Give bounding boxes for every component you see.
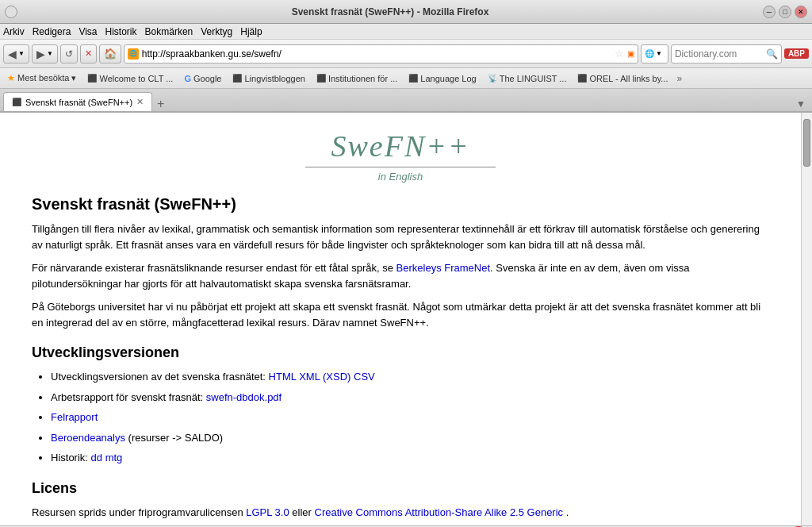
search-engine-icon: 🌐 (645, 49, 654, 58)
window-controls[interactable] (5, 6, 17, 18)
list-item-4: Beroendeanalys (resurser -> SALDO) (51, 430, 769, 446)
forward-icon: ▶ (36, 48, 45, 60)
site-logo: SweFN++ in English (32, 129, 769, 183)
bookmark-linguist[interactable]: 📡 The LINGUIST ... (484, 73, 571, 84)
list-item-1-pre: Utvecklingsversionen av det svenska fras… (51, 371, 269, 383)
adblock-button[interactable]: ABP (784, 48, 809, 59)
menu-historik[interactable]: Historik (105, 26, 137, 37)
maximize-button[interactable]: □ (779, 6, 791, 18)
link-html[interactable]: HTML (269, 371, 297, 383)
search-icon[interactable]: 🔍 (766, 48, 778, 60)
nav-toolbar: ◀ ▼ ▶ ▼ ↺ ✕ 🏠 🌐 ☆ ▣ 🌐 ▼ 🔍 ABP (0, 40, 812, 68)
bookmark-icon-google: G (184, 74, 191, 83)
lgpl-link[interactable]: LGPL 3.0 (246, 506, 289, 518)
back-button[interactable]: ◀ ▼ (3, 44, 29, 63)
bookmark-label: Google (193, 74, 221, 83)
tab-label: Svenskt frasnät (SweFN++) (25, 98, 132, 107)
window-right-controls[interactable]: ─ □ ✕ (763, 6, 807, 18)
forward-dropdown-icon: ▼ (47, 50, 53, 57)
bookmark-star-icon: ★ (7, 73, 15, 83)
reload-icon: ↺ (65, 48, 73, 60)
list-item-1: Utvecklingsversionen av det svenska fras… (51, 369, 769, 385)
menu-verktyg[interactable]: Verktyg (201, 26, 232, 37)
search-input[interactable] (675, 48, 764, 60)
tab-favicon: ⬛ (12, 98, 21, 106)
berkeley-framenet-link[interactable]: Berkeleys FrameNet (396, 262, 490, 274)
list-item-4-post: (resurser -> SALDO) (128, 432, 224, 444)
bookmark-star-icon[interactable]: ☆ (615, 48, 624, 60)
link-dd[interactable]: dd (91, 452, 102, 464)
bookmark-icon-lingvist: ⬛ (232, 74, 242, 83)
link-xml[interactable]: XML (299, 371, 320, 383)
intro-para-3: På Göteborgs universitet har vi nu påbör… (32, 299, 769, 330)
bookmark-icon-inst: ⬛ (316, 74, 326, 83)
bookmark-lingvistbloggen[interactable]: ⬛ Lingvistbloggen (228, 73, 308, 84)
add-tab-button[interactable]: + (157, 97, 164, 111)
bookmarks-toolbar: ★ Mest besökta ▾ ⬛ Welcome to CLT ... G … (0, 68, 812, 89)
tab-close-icon[interactable]: ✕ (136, 97, 144, 107)
close-button[interactable]: ✕ (795, 6, 807, 18)
section1-title: Utvecklingsversionen (32, 344, 769, 361)
tab-swefn[interactable]: ⬛ Svenskt frasnät (SweFN++) ✕ (3, 92, 152, 111)
stop-icon: ✕ (85, 48, 92, 59)
logo-underline (305, 167, 496, 167)
page-title: Svenskt frasnät (SweFN++) (32, 195, 769, 213)
back-icon: ◀ (8, 48, 17, 60)
minimize-button[interactable]: ─ (763, 6, 776, 18)
menu-arkiv[interactable]: Arkiv (3, 26, 25, 37)
content-area: SweFN++ in English Svenskt frasnät (SweF… (0, 113, 812, 525)
search-engine-selector[interactable]: 🌐 ▼ (641, 44, 668, 63)
list-item-5-pre: Historik: (51, 452, 91, 464)
license-post: . (566, 506, 569, 518)
window-btn-1[interactable] (5, 6, 17, 18)
menu-redigera[interactable]: Redigera (33, 26, 71, 37)
menu-bokmarken[interactable]: Bokmärken (145, 26, 193, 37)
forward-button[interactable]: ▶ ▼ (32, 44, 58, 63)
menu-visa[interactable]: Visa (79, 26, 97, 37)
reload-button[interactable]: ↺ (60, 44, 78, 63)
list-item-5: Historik: dd mtg (51, 450, 769, 466)
back-dropdown-icon: ▼ (18, 50, 25, 57)
menu-hjalp[interactable]: Hjälp (240, 26, 262, 37)
scrollbar[interactable] (801, 113, 812, 525)
tab-bar: ⬛ Svenskt frasnät (SweFN++) ✕ + ▼ (0, 89, 812, 113)
bookmark-label: Lingvistbloggen (244, 74, 304, 83)
link-felrapport[interactable]: Felrapport (51, 411, 98, 423)
bookmark-language-log[interactable]: ⬛ Language Log (404, 73, 480, 84)
link-xsd[interactable]: (XSD) (323, 371, 350, 383)
intro2-pre: För närvarande existerar frasnätsliknand… (32, 262, 396, 274)
intro-para-2: För närvarande existerar frasnätsliknand… (32, 260, 769, 291)
home-button[interactable]: 🏠 (99, 44, 121, 63)
link-csv[interactable]: CSV (354, 371, 375, 383)
bookmark-institutionen[interactable]: ⬛ Institutionen för ... (312, 73, 401, 84)
tab-scroll-right[interactable]: ▼ (793, 97, 809, 111)
rss-feed-icon[interactable]: ▣ (627, 49, 634, 58)
link-mtg[interactable]: mtg (105, 452, 123, 464)
cc-link[interactable]: Creative Commons Attribution-Share Alike… (315, 506, 564, 518)
list-item-2: Arbetsrapport för svenskt frasnät: swefn… (51, 390, 769, 406)
site-icon: 🌐 (128, 48, 139, 60)
url-input[interactable] (142, 48, 611, 60)
stop-button[interactable]: ✕ (80, 44, 97, 63)
content-list: Utvecklingsversionen av det svenska fras… (51, 369, 769, 466)
home-icon: 🏠 (104, 48, 117, 60)
section2-title: Licens (32, 480, 769, 497)
list-item-2-pre: Arbetsrapport för svenskt frasnät: (51, 391, 206, 403)
license-text: Resursen sprids under friprogramvarulice… (32, 505, 769, 521)
window-title: Svenskt frasnät (SweFN++) - Mozilla Fire… (22, 6, 758, 17)
bookmark-google[interactable]: G Google (180, 73, 225, 84)
bookmark-orel[interactable]: ⬛ OREL - All links by... (573, 73, 672, 84)
scrollbar-thumb[interactable] (803, 119, 810, 167)
bookmark-clt[interactable]: ⬛ Welcome to CLT ... (83, 73, 177, 84)
bookmarks-overflow[interactable]: » (677, 73, 683, 84)
page-content: SweFN++ in English Svenskt frasnät (SweF… (0, 113, 801, 525)
logo-english[interactable]: in English (32, 171, 769, 183)
bookmark-mest-besokta[interactable]: ★ Mest besökta ▾ (3, 72, 80, 84)
bookmark-icon-clt: ⬛ (87, 74, 97, 83)
link-beroendeanalys[interactable]: Beroendeanalys (51, 432, 125, 444)
license-mid: eller (292, 506, 314, 518)
link-swefn-pdf[interactable]: swefn-dbdok.pdf (206, 391, 282, 403)
search-bar: 🔍 (671, 44, 782, 63)
window-titlebar: Svenskt frasnät (SweFN++) - Mozilla Fire… (0, 0, 812, 24)
search-engine-dropdown[interactable]: ▼ (656, 50, 662, 57)
